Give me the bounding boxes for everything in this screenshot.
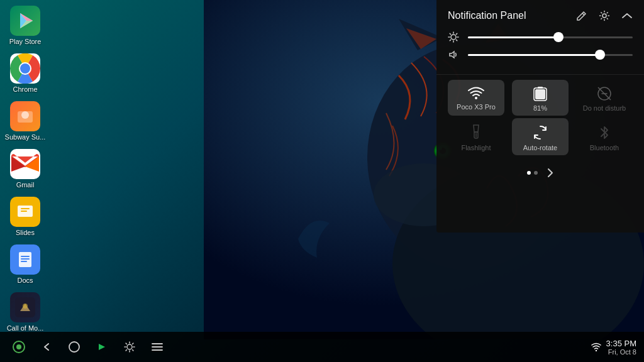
svg-point-47 bbox=[595, 350, 596, 351]
svg-point-29 bbox=[23, 304, 28, 309]
callofmo-label: Call of Mo... bbox=[3, 324, 48, 332]
panel-edit-icon[interactable] bbox=[576, 10, 587, 21]
taskbar-play-icon[interactable] bbox=[91, 336, 113, 358]
app-icon-gmail[interactable]: Gmail bbox=[3, 146, 48, 191]
volume-icon bbox=[448, 49, 460, 60]
tile-autorotate[interactable]: Auto-rotate bbox=[512, 118, 569, 155]
svg-rect-25 bbox=[21, 256, 30, 257]
brightness-thumb[interactable] bbox=[553, 32, 564, 42]
panel-collapse-icon[interactable] bbox=[621, 12, 633, 19]
flashlight-tile-label: Flashlight bbox=[461, 144, 491, 151]
brightness-slider-row bbox=[448, 31, 633, 43]
wifi-tile-label: Poco X3 Pro bbox=[457, 103, 496, 111]
sliders-section bbox=[436, 29, 644, 74]
tile-battery[interactable]: 81% bbox=[512, 80, 569, 116]
volume-slider-row bbox=[448, 49, 633, 60]
battery-tile-label: 81% bbox=[533, 104, 547, 112]
tile-wifi[interactable]: Poco X3 Pro bbox=[448, 80, 504, 116]
taskbar-right: 3:35 PM Fri, Oct 8 bbox=[591, 339, 636, 356]
tiles-row-2: Flashlight Auto-rotate bbox=[444, 118, 636, 155]
dot-2 bbox=[534, 171, 538, 175]
svg-rect-34 bbox=[538, 87, 543, 89]
pagination-next[interactable] bbox=[547, 168, 553, 178]
volume-track[interactable] bbox=[468, 54, 633, 56]
svg-marker-42 bbox=[99, 344, 105, 350]
autorotate-tile-label: Auto-rotate bbox=[523, 144, 557, 151]
svg-point-17 bbox=[20, 63, 30, 74]
svg-point-40 bbox=[16, 344, 21, 349]
dnd-tile-icon bbox=[597, 86, 612, 101]
playstore-icon bbox=[10, 6, 40, 36]
brightness-fill bbox=[468, 36, 558, 38]
taskbar-menu-icon[interactable] bbox=[146, 336, 169, 358]
panel-header-icons bbox=[576, 10, 633, 21]
app-icon-callofmo[interactable]: Call of Mo... bbox=[3, 290, 48, 334]
subway-label: Subway Su... bbox=[3, 133, 48, 141]
tile-flashlight[interactable]: Flashlight bbox=[448, 118, 504, 155]
tiles-row-1: Poco X3 Pro 81% bbox=[444, 80, 636, 116]
brightness-icon bbox=[448, 31, 460, 43]
app-icon-subway[interactable]: Subway Su... bbox=[3, 99, 48, 143]
clock-date: Fri, Oct 8 bbox=[606, 348, 636, 356]
docs-icon bbox=[10, 244, 40, 275]
app-icon-playstore[interactable]: Play Store bbox=[3, 3, 48, 48]
desktop-icons: Play Store Chrome Subway bbox=[0, 0, 50, 339]
svg-rect-27 bbox=[21, 261, 27, 262]
svg-rect-35 bbox=[535, 89, 545, 99]
svg-point-32 bbox=[475, 97, 477, 99]
battery-tile-icon bbox=[533, 86, 547, 101]
taskbar-left bbox=[8, 336, 169, 358]
flashlight-tile-icon bbox=[469, 124, 483, 141]
autorotate-tile-icon bbox=[532, 124, 548, 141]
app-icon-docs[interactable]: Docs bbox=[3, 242, 48, 287]
svg-rect-23 bbox=[21, 211, 27, 212]
panel-settings-icon[interactable] bbox=[599, 10, 610, 21]
svg-point-41 bbox=[69, 342, 79, 352]
app-icon-slides[interactable]: Slides bbox=[3, 194, 48, 239]
time-display: 3:35 PM Fri, Oct 8 bbox=[606, 339, 636, 356]
callofmo-icon bbox=[10, 292, 40, 322]
docs-label: Docs bbox=[3, 277, 48, 284]
tile-bluetooth[interactable]: Bluetooth bbox=[576, 118, 633, 155]
subway-icon bbox=[10, 101, 40, 131]
taskbar-wifi-icon bbox=[591, 343, 601, 351]
svg-point-30 bbox=[602, 14, 606, 18]
svg-point-19 bbox=[21, 111, 29, 119]
chrome-label: Chrome bbox=[3, 85, 48, 93]
gmail-icon bbox=[10, 149, 40, 179]
gmail-label: Gmail bbox=[3, 181, 48, 189]
volume-fill bbox=[468, 54, 600, 56]
playstore-label: Play Store bbox=[3, 38, 48, 45]
slides-icon bbox=[10, 197, 40, 227]
dnd-tile-label: Do not disturb bbox=[583, 104, 626, 112]
taskbar: 3:35 PM Fri, Oct 8 bbox=[0, 332, 644, 362]
svg-point-31 bbox=[451, 35, 456, 40]
panel-header: Notification Panel bbox=[436, 0, 644, 29]
bluetooth-tile-icon bbox=[598, 124, 611, 141]
bluetooth-tile-label: Bluetooth bbox=[590, 144, 619, 151]
svg-rect-22 bbox=[21, 208, 30, 209]
slides-label: Slides bbox=[3, 229, 48, 236]
quick-tiles: Poco X3 Pro 81% bbox=[436, 74, 644, 163]
app-icon-chrome[interactable]: Chrome bbox=[3, 51, 48, 96]
clock-time: 3:35 PM bbox=[606, 339, 636, 348]
wifi-tile-icon bbox=[468, 86, 484, 100]
taskbar-launcher-icon[interactable] bbox=[8, 336, 30, 358]
panel-pagination bbox=[436, 163, 644, 183]
taskbar-brightness-icon[interactable] bbox=[118, 336, 141, 358]
svg-point-43 bbox=[127, 344, 132, 349]
brightness-track[interactable] bbox=[468, 36, 633, 38]
dot-1 bbox=[527, 171, 531, 175]
taskbar-back-icon[interactable] bbox=[35, 336, 58, 358]
svg-rect-26 bbox=[21, 258, 30, 260]
panel-title: Notification Panel bbox=[448, 10, 576, 21]
pagination-dots bbox=[527, 171, 538, 175]
volume-thumb[interactable] bbox=[595, 50, 605, 60]
tile-dnd[interactable]: Do not disturb bbox=[576, 80, 633, 116]
notification-panel: Notification Panel bbox=[436, 0, 644, 233]
chrome-icon bbox=[10, 53, 40, 84]
taskbar-home-icon[interactable] bbox=[63, 336, 86, 358]
